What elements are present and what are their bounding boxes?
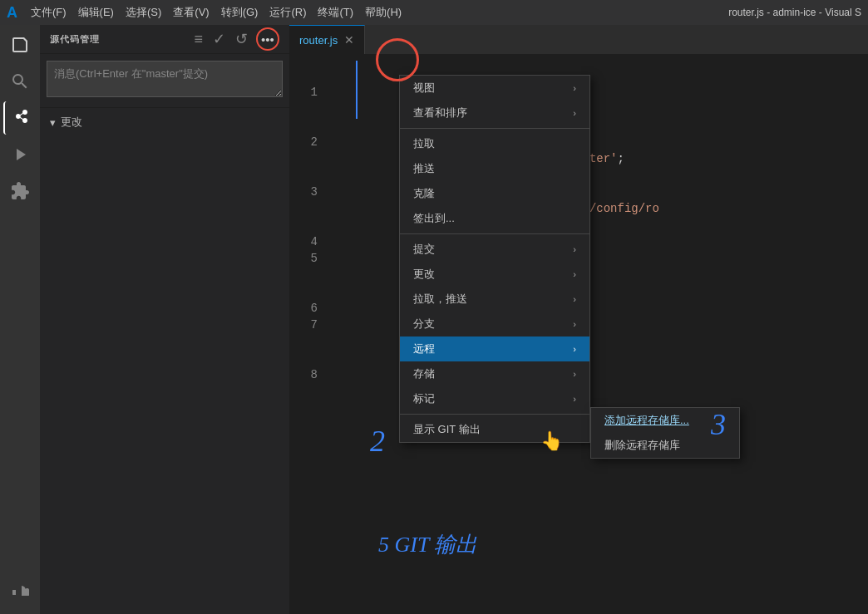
vscode-logo: A bbox=[7, 4, 17, 22]
menu-help[interactable]: 帮助(H) bbox=[365, 5, 402, 20]
menu-run[interactable]: 运行(R) bbox=[269, 5, 306, 20]
menu-item-pull-push[interactable]: 拉取，推送 › bbox=[400, 287, 589, 312]
changes-section[interactable]: ▾ 更改 bbox=[40, 108, 289, 136]
menu-item-label: 查看和排序 bbox=[413, 106, 467, 120]
submenu-arrow-icon: › bbox=[573, 369, 576, 379]
menu-item-label: 视图 bbox=[413, 81, 435, 96]
menu-edit[interactable]: 编辑(E) bbox=[78, 5, 114, 20]
remote-submenu: 添加远程存储库... 删除远程存储库 bbox=[590, 407, 740, 459]
context-menu: 视图 › 查看和排序 › 拉取 推送 克隆 签出到... 提交 › 更改 › 拉… bbox=[399, 75, 590, 443]
menu-item-label: 更改 bbox=[413, 267, 435, 282]
menu-item-branch[interactable]: 分支 › bbox=[400, 312, 589, 336]
menu-item-push[interactable]: 推送 bbox=[400, 156, 589, 181]
menu-separator bbox=[400, 128, 589, 129]
menu-select[interactable]: 选择(S) bbox=[126, 5, 161, 20]
changes-label: 更改 bbox=[61, 115, 82, 130]
commit-input-area bbox=[40, 54, 289, 108]
menu-terminal[interactable]: 终端(T) bbox=[318, 5, 353, 20]
sidebar-item-files[interactable] bbox=[3, 28, 37, 61]
title-bar: A 文件(F) 编辑(E) 选择(S) 查看(V) 转到(G) 运行(R) 终端… bbox=[0, 0, 868, 25]
sidebar-item-run[interactable] bbox=[3, 138, 37, 171]
menu-item-commit[interactable]: 提交 › bbox=[400, 237, 589, 262]
submenu-item-label: 添加远程存储库... bbox=[604, 414, 689, 426]
menu-item-git-output[interactable]: 显示 GIT 输出 bbox=[400, 417, 589, 442]
menu-item-label: 拉取，推送 bbox=[413, 292, 467, 307]
tab-close-button[interactable]: ✕ bbox=[344, 33, 354, 47]
more-actions-button[interactable]: ••• bbox=[256, 27, 279, 51]
menu-separator bbox=[400, 233, 589, 234]
window-title: router.js - admin-ice - Visual S bbox=[728, 7, 861, 18]
sidebar-item-extensions[interactable] bbox=[3, 174, 37, 208]
activity-bar bbox=[0, 25, 40, 614]
panel-action-commit[interactable]: ✓ bbox=[211, 28, 227, 50]
menu-item-view[interactable]: 视图 › bbox=[400, 76, 589, 101]
submenu-item-add-remote[interactable]: 添加远程存储库... bbox=[591, 408, 739, 433]
submenu-arrow-icon: › bbox=[573, 319, 576, 329]
menu-file[interactable]: 文件(F) bbox=[31, 5, 67, 20]
editor-tab-router[interactable]: router.js ✕ bbox=[289, 25, 365, 54]
sidebar-item-docker[interactable] bbox=[3, 574, 37, 607]
sidebar-item-source-control[interactable] bbox=[3, 101, 37, 135]
submenu-arrow-icon: › bbox=[573, 108, 576, 118]
menu-item-tag[interactable]: 标记 › bbox=[400, 386, 589, 411]
menu-item-label: 显示 GIT 输出 bbox=[413, 422, 481, 437]
menu-item-label: 分支 bbox=[413, 317, 435, 332]
submenu-arrow-icon: › bbox=[573, 344, 576, 354]
tab-bar: router.js ✕ bbox=[289, 25, 868, 54]
tab-label: router.js bbox=[299, 34, 338, 47]
menu-item-remote[interactable]: 远程 › bbox=[400, 336, 589, 361]
submenu-item-label: 删除远程存储库 bbox=[604, 439, 680, 451]
sidebar-item-search[interactable] bbox=[3, 65, 37, 98]
commit-message-input[interactable] bbox=[47, 61, 283, 97]
menu-item-stash[interactable]: 存储 › bbox=[400, 361, 589, 386]
menu-item-label: 拉取 bbox=[413, 136, 435, 151]
submenu-arrow-icon: › bbox=[573, 394, 576, 404]
menu-separator bbox=[400, 414, 589, 415]
menu-item-label: 存储 bbox=[413, 366, 435, 381]
menu-item-changes[interactable]: 更改 › bbox=[400, 262, 589, 287]
menu-item-label: 推送 bbox=[413, 161, 435, 176]
panel-header: 源代码管理 ≡ ✓ ↺ ••• bbox=[40, 25, 289, 54]
menu-item-checkout[interactable]: 签出到... bbox=[400, 206, 589, 231]
menu-item-label: 提交 bbox=[413, 242, 435, 257]
changes-chevron: ▾ bbox=[50, 116, 56, 129]
menu-bar: 文件(F) 编辑(E) 选择(S) 查看(V) 转到(G) 运行(R) 终端(T… bbox=[31, 5, 402, 20]
submenu-item-remove-remote[interactable]: 删除远程存储库 bbox=[591, 433, 739, 458]
source-control-panel: 源代码管理 ≡ ✓ ↺ ••• ▾ 更改 bbox=[40, 25, 289, 614]
submenu-arrow-icon: › bbox=[573, 294, 576, 304]
menu-item-label: 克隆 bbox=[413, 186, 435, 201]
menu-item-label: 远程 bbox=[413, 341, 435, 356]
panel-action-checkmark[interactable]: ≡ bbox=[192, 29, 205, 50]
menu-item-label: 签出到... bbox=[413, 211, 455, 226]
menu-item-label: 标记 bbox=[413, 391, 435, 406]
menu-item-clone[interactable]: 克隆 bbox=[400, 181, 589, 206]
panel-title: 源代码管理 bbox=[50, 33, 192, 46]
menu-goto[interactable]: 转到(G) bbox=[221, 5, 259, 20]
submenu-arrow-icon: › bbox=[573, 269, 576, 279]
menu-view[interactable]: 查看(V) bbox=[173, 5, 209, 20]
menu-item-pull[interactable]: 拉取 bbox=[400, 131, 589, 156]
menu-item-sort[interactable]: 查看和排序 › bbox=[400, 101, 589, 125]
panel-actions: ≡ ✓ ↺ ••• bbox=[192, 27, 279, 51]
ellipsis-icon: ••• bbox=[261, 32, 274, 47]
submenu-arrow-icon: › bbox=[573, 244, 576, 254]
panel-action-refresh[interactable]: ↺ bbox=[234, 28, 249, 50]
submenu-arrow-icon: › bbox=[573, 83, 576, 93]
